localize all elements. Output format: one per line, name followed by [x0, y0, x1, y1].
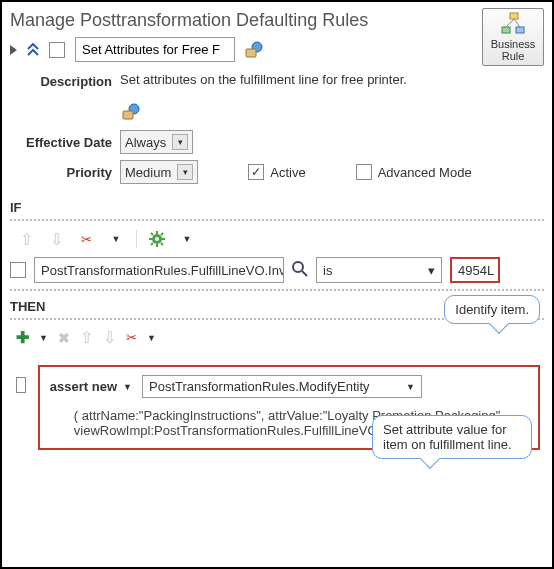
- delete-icon[interactable]: ✖: [58, 330, 70, 346]
- advanced-mode-checkbox[interactable]: [356, 164, 372, 180]
- cut-icon[interactable]: ✂: [76, 229, 96, 249]
- callout-text: Set attribute value for item on fulfillm…: [383, 422, 512, 452]
- priority-label: Priority: [10, 165, 120, 180]
- svg-rect-0: [510, 13, 518, 19]
- active-checkbox[interactable]: ✓: [248, 164, 264, 180]
- description-value: Set attributes on the fulfillment line f…: [120, 72, 544, 87]
- then-toolbar: ✚ ▼ ✖ ⇧ ⇩ ✂ ▼: [16, 328, 544, 347]
- move-up-icon[interactable]: ⇧: [80, 328, 93, 347]
- chevron-down-icon: ▾: [428, 263, 435, 278]
- rule-header-row: [10, 37, 544, 62]
- callout-text: Identify item.: [455, 302, 529, 317]
- priority-row: Priority Medium ▾ ✓ Active Advanced Mode: [10, 160, 544, 184]
- active-label: Active: [270, 165, 305, 180]
- svg-line-18: [151, 243, 153, 245]
- active-checkbox-group[interactable]: ✓ Active: [248, 164, 305, 180]
- svg-rect-8: [123, 111, 133, 119]
- move-down-icon[interactable]: ⇩: [46, 229, 66, 249]
- effective-date-label: Effective Date: [10, 135, 120, 150]
- svg-line-15: [151, 233, 153, 235]
- svg-rect-1: [502, 27, 510, 33]
- assert-new-label: assert new: [50, 379, 117, 394]
- description-translate[interactable]: [122, 103, 544, 124]
- svg-line-3: [506, 19, 514, 27]
- cut-icon[interactable]: ✂: [126, 330, 137, 345]
- chevron-down-icon: ▼: [123, 382, 132, 392]
- svg-line-4: [514, 19, 520, 27]
- condition-lhs-field[interactable]: PostTransformationRules.FulfillLineVO.In…: [34, 257, 284, 283]
- collapse-all-icon[interactable]: [27, 43, 39, 57]
- gear-icon[interactable]: [147, 229, 167, 249]
- entity-value: PostTransformationRules.ModifyEntity: [149, 379, 370, 394]
- set-attribute-callout: Set attribute value for item on fulfillm…: [372, 415, 532, 459]
- condition-value-text: 4954L: [458, 263, 494, 278]
- chevron-down-icon: ▾: [177, 164, 193, 180]
- svg-rect-6: [246, 49, 256, 57]
- advanced-mode-checkbox-group[interactable]: Advanced Mode: [356, 164, 472, 180]
- condition-value-field[interactable]: 4954L: [450, 257, 500, 283]
- condition-select-checkbox[interactable]: [10, 262, 26, 278]
- condition-operator-text: is: [323, 263, 332, 278]
- business-rule-label-1: Business: [491, 38, 536, 50]
- svg-line-16: [161, 243, 163, 245]
- effective-date-select[interactable]: Always ▾: [120, 130, 193, 154]
- section-divider: [10, 289, 544, 291]
- translate-icon[interactable]: [245, 41, 263, 59]
- move-up-icon[interactable]: ⇧: [16, 229, 36, 249]
- cut-menu-icon[interactable]: ▼: [147, 333, 156, 343]
- gear-menu-icon[interactable]: ▼: [177, 229, 197, 249]
- assert-new-dropdown[interactable]: assert new ▼: [50, 379, 132, 394]
- flow-icon: [500, 12, 526, 36]
- assert-header: assert new ▼ PostTransformationRules.Mod…: [50, 375, 528, 398]
- translate-icon: [122, 103, 140, 121]
- rule-name-input[interactable]: [75, 37, 235, 62]
- business-rule-label-2: Rule: [502, 50, 525, 62]
- add-icon[interactable]: ✚: [16, 328, 29, 347]
- svg-point-10: [155, 237, 159, 241]
- description-row: Description Set attributes on the fulfil…: [10, 72, 544, 89]
- if-section-header: IF: [10, 200, 544, 215]
- move-down-icon[interactable]: ⇩: [103, 328, 116, 347]
- if-condition-row: PostTransformationRules.FulfillLineVO.In…: [10, 257, 544, 283]
- svg-line-17: [161, 233, 163, 235]
- add-menu-icon[interactable]: ▼: [39, 333, 48, 343]
- condition-lhs-text: PostTransformationRules.FulfillLineVO.In…: [41, 263, 284, 278]
- if-toolbar: ⇧ ⇩ ✂ ▼ ▼: [16, 229, 544, 249]
- page-title: Manage Posttransformation Defaulting Rul…: [10, 10, 544, 31]
- action-select-checkbox[interactable]: [16, 377, 26, 393]
- priority-select[interactable]: Medium ▾: [120, 160, 198, 184]
- advanced-mode-label: Advanced Mode: [378, 165, 472, 180]
- entity-select[interactable]: PostTransformationRules.ModifyEntity ▼: [142, 375, 422, 398]
- cut-menu-icon[interactable]: ▼: [106, 229, 126, 249]
- svg-point-19: [293, 262, 303, 272]
- chevron-down-icon: ▼: [406, 382, 415, 392]
- collapse-triangle-icon[interactable]: [10, 45, 17, 55]
- section-divider: [10, 219, 544, 221]
- business-rule-button[interactable]: Business Rule: [482, 8, 544, 66]
- rule-select-checkbox[interactable]: [49, 42, 65, 58]
- search-icon[interactable]: [292, 261, 308, 280]
- svg-rect-2: [516, 27, 524, 33]
- identify-item-callout: Identify item.: [444, 295, 540, 324]
- rules-editor-pane: Manage Posttransformation Defaulting Rul…: [0, 0, 554, 569]
- effective-date-row: Effective Date Always ▾: [10, 130, 544, 154]
- condition-operator-select[interactable]: is ▾: [316, 257, 442, 283]
- chevron-down-icon: ▾: [172, 134, 188, 150]
- svg-line-20: [302, 271, 307, 276]
- priority-value: Medium: [125, 165, 171, 180]
- effective-date-value: Always: [125, 135, 166, 150]
- description-label: Description: [10, 72, 120, 89]
